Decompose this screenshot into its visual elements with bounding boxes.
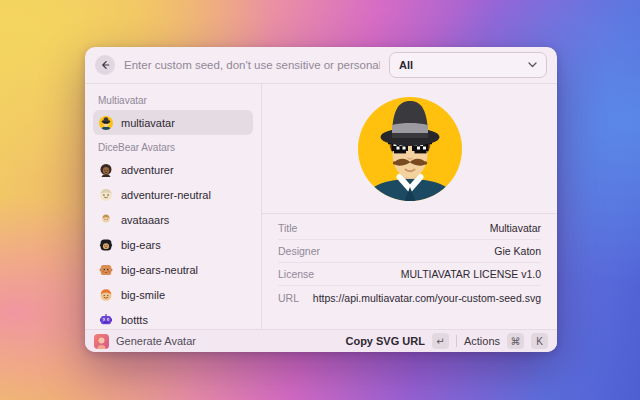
sidebar-item-label: adventurer-neutral [121,189,211,201]
return-key-icon: ↵ [432,333,449,349]
sidebar-item-big-smile[interactable]: big-smile [93,282,253,307]
avataaars-icon [99,213,113,227]
meta-label: Designer [278,245,320,257]
footer-divider [456,335,457,347]
sidebar-section-title: DiceBear Avatars [98,142,248,153]
meta-row-url: URL https://api.multiavatar.com/your-cus… [278,286,541,309]
meta-row-license: License MULTIAVATAR LICENSE v1.0 [278,263,541,286]
meta-row-title: Title Multiavatar [278,217,541,240]
sidebar-item-label: big-ears [121,239,161,251]
copy-svg-url-button[interactable]: Copy SVG URL [345,335,424,347]
multiavatar-icon [99,116,113,130]
detail-panel: Title Multiavatar Designer Gie Katon Lic… [262,84,557,329]
search-input[interactable] [124,59,380,71]
sidebar-item-big-ears[interactable]: big-ears [93,232,253,257]
adventurer-icon [99,163,113,177]
big-smile-icon [99,288,113,302]
command-key-icon: ⌘ [507,333,524,349]
arrow-left-icon [99,59,111,71]
sidebar-item-label: multiavatar [121,117,175,129]
filter-dropdown[interactable]: All [389,52,547,78]
sidebar-section-title: Multiavatar [98,95,248,106]
multiavatar-preview-image [358,97,462,201]
action-bar: Generate Avatar Copy SVG URL ↵ Actions ⌘… [85,329,557,352]
style-sidebar: Multiavatar multi [85,84,262,329]
bottts-icon [99,313,113,327]
sidebar-item-big-ears-neutral[interactable]: big-ears-neutral [93,257,253,282]
chevron-down-icon [528,62,537,68]
sidebar-item-label: big-ears-neutral [121,264,198,276]
k-key-icon: K [531,333,548,349]
sidebar-item-multiavatar[interactable]: multiavatar [93,110,253,135]
meta-row-designer: Designer Gie Katon [278,240,541,263]
command-title: Generate Avatar [116,335,196,347]
sidebar-item-bottts[interactable]: bottts [93,307,253,329]
meta-label: URL [278,292,299,304]
search-bar: All [85,47,557,84]
meta-value: Multiavatar [490,222,541,234]
meta-label: License [278,268,314,280]
actions-menu-button[interactable]: Actions [464,335,500,347]
sidebar-item-label: bottts [121,314,148,326]
metadata-table: Title Multiavatar Designer Gie Katon Lic… [262,214,557,309]
big-ears-neutral-icon [99,263,113,277]
filter-selected-value: All [399,59,413,71]
sidebar-item-adventurer-neutral[interactable]: adventurer-neutral [93,182,253,207]
sidebar-item-label: adventurer [121,164,174,176]
generate-avatar-app-icon [94,334,109,349]
meta-value: https://api.multiavatar.com/your-custom-… [313,292,541,304]
big-ears-icon [99,238,113,252]
meta-value: Gie Katon [494,245,541,257]
meta-value: MULTIAVATAR LICENSE v1.0 [401,268,541,280]
avatar-preview-pane [262,84,557,214]
meta-label: Title [278,222,297,234]
adventurer-neutral-icon [99,188,113,202]
sidebar-item-label: avataaars [121,214,169,226]
sidebar-item-adventurer[interactable]: adventurer [93,157,253,182]
back-button[interactable] [95,55,115,75]
app-window: All Multiavatar [85,47,557,352]
sidebar-item-label: big-smile [121,289,165,301]
sidebar-item-avataaars[interactable]: avataaars [93,207,253,232]
